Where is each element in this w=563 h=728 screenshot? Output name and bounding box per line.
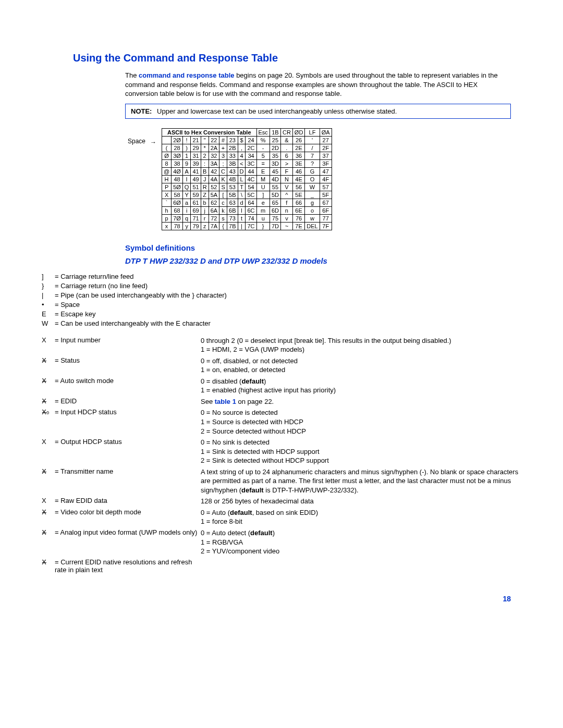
intro-pre: The [125, 71, 139, 79]
note-text: Upper and lowercase text can be used int… [157, 107, 397, 115]
section-heading: Using the Command and Response Table [73, 52, 527, 64]
definition-row: X= Output HDCP status0 = No sink is dete… [42, 438, 527, 465]
note-label: NOTE: [131, 107, 152, 115]
model-heading: DTP T HWP 232/332 D and DTP UWP 232/332 … [125, 256, 527, 265]
symbol-row: }= Carriage return (no line feed) [42, 282, 527, 290]
symbol-definitions-heading: Symbol definitions [125, 243, 527, 252]
symbol-list: ]= Carriage return/line feed}= Carriage … [42, 273, 527, 327]
variable-definitions: X= Input number0 through 2 (0 = deselect… [42, 336, 527, 574]
definition-row: X̶= Status0 = off, disabled, or not dete… [42, 356, 527, 375]
definition-row: X= Input number0 through 2 (0 = deselect… [42, 336, 527, 354]
symbol-row: W= Can be used interchangeably with the … [42, 319, 527, 327]
definition-row: X̶₀= Input HDCP status0 = No source is d… [42, 408, 527, 436]
definition-row: X̶= Transmitter nameA text string of up … [42, 467, 527, 495]
note-box: NOTE: Upper and lowercase text can be us… [125, 104, 511, 119]
page-number: 18 [36, 595, 511, 603]
space-label: Space [128, 138, 145, 145]
definition-row: X̶= Current EDID native resolutions and … [42, 558, 527, 574]
symbol-row: ]= Carriage return/line feed [42, 273, 527, 280]
definition-row: X= Raw EDID data128 or 256 bytes of hexa… [42, 497, 527, 506]
symbol-row: |= Pipe (can be used interchangeably wit… [42, 291, 527, 299]
definition-row: X̶= EDIDSee table 1 on page 22. [42, 397, 527, 406]
intro-paragraph: The command and response table begins on… [125, 71, 511, 98]
definition-row: X̶= Video color bit depth mode0 = Auto (… [42, 508, 527, 526]
ascii-table-container: Space → ASCII to Hex Conversion TableEsc… [162, 128, 527, 230]
ascii-conversion-table: ASCII to Hex Conversion TableEsc1BCRØDLF… [162, 128, 332, 230]
definition-row: X̶= Analog input video format (UWP model… [42, 528, 527, 556]
symbol-row: •= Space [42, 301, 527, 309]
symbol-row: E= Escape key [42, 310, 527, 318]
arrow-icon: → [150, 139, 156, 146]
definition-row: X̶= Auto switch mode0 = disabled (defaul… [42, 377, 527, 395]
intro-link[interactable]: command and response table [139, 71, 235, 79]
